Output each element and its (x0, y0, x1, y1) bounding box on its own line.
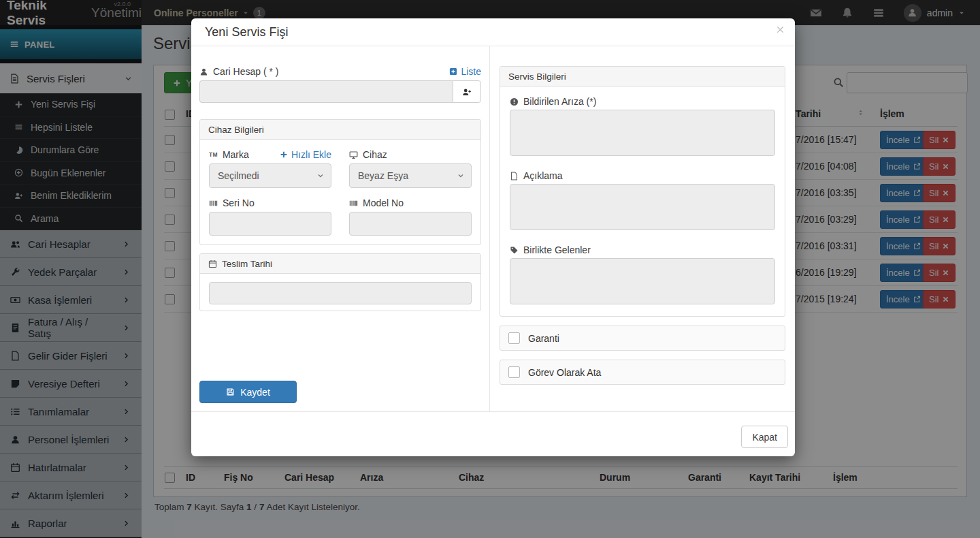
barcode-icon (209, 199, 218, 208)
modal-title: Yeni Servis Fişi (205, 25, 288, 39)
file-icon (510, 172, 519, 180)
seri-no-input[interactable] (209, 212, 331, 236)
trademark-icon: TM (209, 152, 218, 158)
calendar-icon (208, 259, 217, 268)
servis-bilgileri-heading: Servis Bilgileri (500, 67, 785, 86)
marka-select[interactable]: Seçilmedi (209, 163, 331, 188)
modal-body: Cari Hesap ( * ) Liste Cihaz Bilgileri (191, 46, 795, 411)
modal-footer: Kapat (191, 411, 795, 456)
modal-right-column: Servis Bilgileri Bildirilen Arıza (*) Aç… (489, 46, 795, 411)
tag-icon (510, 246, 519, 255)
barcode-icon (349, 199, 358, 208)
modal-left-column: Cari Hesap ( * ) Liste Cihaz Bilgileri (191, 46, 489, 411)
cihaz-label: Cihaz (349, 148, 472, 161)
add-customer-button[interactable] (453, 80, 481, 103)
cari-hesap-input[interactable] (199, 80, 453, 103)
monitor-icon (349, 151, 358, 159)
user-icon (199, 67, 208, 76)
modal-close-icon[interactable] (775, 25, 785, 35)
birlikte-gelenler-label: Birlikte Gelenler (510, 244, 775, 256)
plus-square-icon (449, 67, 457, 76)
plus-icon (280, 151, 288, 159)
exclamation-circle-icon (510, 97, 519, 106)
teslim-tarihi-heading: Teslim Tarihi (200, 254, 480, 274)
gorev-checkbox[interactable] (508, 366, 520, 378)
save-button[interactable]: Kaydet (199, 381, 297, 403)
cari-hesap-label: Cari Hesap ( * ) (213, 66, 278, 77)
bildirilen-ariza-label: Bildirilen Arıza (*) (510, 95, 775, 108)
chevron-down-icon (317, 172, 324, 179)
cihaz-bilgileri-panel: Cihaz Bilgileri TM Marka (199, 119, 481, 245)
garanti-label: Garanti (528, 333, 559, 344)
liste-link[interactable]: Liste (449, 66, 481, 77)
aciklama-textarea[interactable] (510, 184, 775, 230)
aciklama-label: Açıklama (510, 170, 775, 182)
gorev-label: Görev Olarak Ata (528, 367, 601, 378)
teslim-tarihi-input[interactable] (209, 282, 472, 304)
chevron-down-icon (457, 172, 464, 179)
teslim-tarihi-panel: Teslim Tarihi (199, 253, 481, 311)
garanti-row: Garanti (500, 326, 785, 351)
bildirilen-ariza-textarea[interactable] (510, 110, 775, 156)
new-service-modal: Yeni Servis Fişi Cari Hesap ( * ) Liste (191, 18, 795, 456)
garanti-checkbox[interactable] (508, 332, 520, 344)
servis-bilgileri-panel: Servis Bilgileri Bildirilen Arıza (*) Aç… (500, 66, 785, 317)
cari-hesap-label-row: Cari Hesap ( * ) (199, 65, 278, 78)
model-no-label: Model No (349, 197, 472, 209)
cihaz-select[interactable]: Beyaz Eşya (349, 163, 472, 188)
seri-no-label: Seri No (209, 197, 331, 209)
gorev-row: Görev Olarak Ata (500, 360, 785, 385)
cihaz-bilgileri-heading: Cihaz Bilgileri (200, 120, 480, 140)
modal-header: Yeni Servis Fişi (191, 18, 795, 46)
floppy-icon (226, 387, 235, 396)
model-no-input[interactable] (349, 212, 472, 236)
marka-label: TM Marka (209, 148, 249, 161)
birlikte-gelenler-textarea[interactable] (510, 258, 775, 304)
close-button[interactable]: Kapat (741, 426, 788, 448)
hizli-ekle-link[interactable]: Hızlı Ekle (280, 149, 331, 160)
